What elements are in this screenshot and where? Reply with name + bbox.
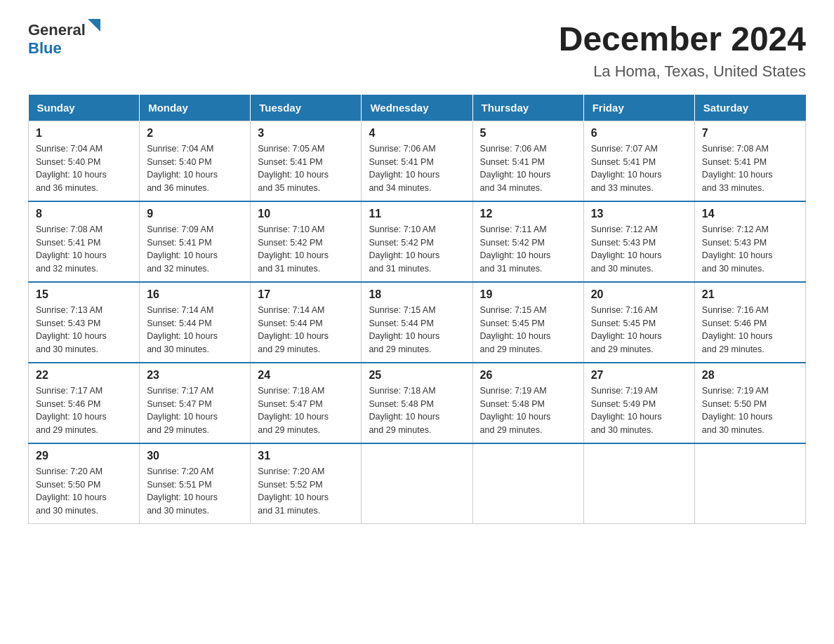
day-info: Sunrise: 7:20 AMSunset: 5:50 PMDaylight:… — [36, 465, 132, 518]
day-info: Sunrise: 7:12 AMSunset: 5:43 PMDaylight:… — [702, 223, 798, 276]
col-tuesday: Tuesday — [251, 95, 362, 121]
day-number: 14 — [702, 208, 798, 220]
table-row: 18Sunrise: 7:15 AMSunset: 5:44 PMDayligh… — [362, 282, 472, 363]
table-row: 19Sunrise: 7:15 AMSunset: 5:45 PMDayligh… — [472, 282, 583, 363]
page-header: General Blue December 2024 La Homa, Texa… — [28, 21, 806, 81]
day-number: 2 — [147, 127, 243, 140]
table-row: 20Sunrise: 7:16 AMSunset: 5:45 PMDayligh… — [583, 282, 694, 363]
day-number: 30 — [147, 450, 243, 462]
day-number: 21 — [702, 288, 798, 301]
table-row: 5Sunrise: 7:06 AMSunset: 5:41 PMDaylight… — [472, 121, 583, 201]
day-info: Sunrise: 7:15 AMSunset: 5:44 PMDaylight:… — [369, 304, 465, 356]
day-number: 27 — [591, 369, 687, 382]
day-number: 18 — [369, 288, 465, 301]
day-number: 19 — [480, 288, 576, 301]
day-info: Sunrise: 7:19 AMSunset: 5:49 PMDaylight:… — [591, 384, 687, 437]
table-row — [583, 443, 694, 524]
table-row: 21Sunrise: 7:16 AMSunset: 5:46 PMDayligh… — [694, 282, 805, 363]
table-row: 28Sunrise: 7:19 AMSunset: 5:50 PMDayligh… — [694, 363, 805, 443]
table-row: 1Sunrise: 7:04 AMSunset: 5:40 PMDaylight… — [29, 121, 140, 201]
day-number: 13 — [591, 208, 687, 220]
day-info: Sunrise: 7:19 AMSunset: 5:48 PMDaylight:… — [480, 384, 576, 437]
day-number: 1 — [36, 127, 132, 140]
table-row: 3Sunrise: 7:05 AMSunset: 5:41 PMDaylight… — [251, 121, 362, 201]
day-number: 25 — [369, 369, 465, 382]
svg-marker-0 — [88, 19, 100, 32]
day-info: Sunrise: 7:15 AMSunset: 5:45 PMDaylight:… — [480, 304, 576, 356]
table-row: 27Sunrise: 7:19 AMSunset: 5:49 PMDayligh… — [583, 363, 694, 443]
day-info: Sunrise: 7:08 AMSunset: 5:41 PMDaylight:… — [702, 142, 798, 195]
day-number: 7 — [702, 127, 798, 140]
day-info: Sunrise: 7:08 AMSunset: 5:41 PMDaylight:… — [36, 223, 132, 276]
day-number: 9 — [147, 208, 243, 220]
day-number: 5 — [480, 127, 576, 140]
table-row: 29Sunrise: 7:20 AMSunset: 5:50 PMDayligh… — [29, 443, 140, 524]
col-friday: Friday — [583, 95, 694, 121]
page-subtitle: La Homa, Texas, United States — [559, 62, 806, 81]
day-number: 10 — [258, 208, 354, 220]
table-row — [694, 443, 805, 524]
day-info: Sunrise: 7:17 AMSunset: 5:47 PMDaylight:… — [147, 384, 243, 437]
day-info: Sunrise: 7:07 AMSunset: 5:41 PMDaylight:… — [591, 142, 687, 195]
calendar-header-row: Sunday Monday Tuesday Wednesday Thursday… — [29, 95, 806, 121]
day-number: 11 — [369, 208, 465, 220]
day-info: Sunrise: 7:19 AMSunset: 5:50 PMDaylight:… — [702, 384, 798, 437]
table-row: 11Sunrise: 7:10 AMSunset: 5:42 PMDayligh… — [362, 201, 472, 282]
day-number: 3 — [258, 127, 354, 140]
logo: General Blue — [28, 21, 100, 58]
day-info: Sunrise: 7:06 AMSunset: 5:41 PMDaylight:… — [480, 142, 576, 195]
day-number: 8 — [36, 208, 132, 220]
table-row: 25Sunrise: 7:18 AMSunset: 5:48 PMDayligh… — [362, 363, 472, 443]
table-row: 31Sunrise: 7:20 AMSunset: 5:52 PMDayligh… — [251, 443, 362, 524]
day-number: 4 — [369, 127, 465, 140]
table-row: 16Sunrise: 7:14 AMSunset: 5:44 PMDayligh… — [140, 282, 251, 363]
day-info: Sunrise: 7:06 AMSunset: 5:41 PMDaylight:… — [369, 142, 465, 195]
day-info: Sunrise: 7:10 AMSunset: 5:42 PMDaylight:… — [369, 223, 465, 276]
page-title: December 2024 — [559, 21, 806, 58]
day-number: 28 — [702, 369, 798, 382]
table-row: 22Sunrise: 7:17 AMSunset: 5:46 PMDayligh… — [29, 363, 140, 443]
table-row: 15Sunrise: 7:13 AMSunset: 5:43 PMDayligh… — [29, 282, 140, 363]
day-info: Sunrise: 7:14 AMSunset: 5:44 PMDaylight:… — [147, 304, 243, 356]
calendar-week-row: 1Sunrise: 7:04 AMSunset: 5:40 PMDaylight… — [29, 121, 806, 201]
day-number: 24 — [258, 369, 354, 382]
day-number: 23 — [147, 369, 243, 382]
col-saturday: Saturday — [694, 95, 805, 121]
day-info: Sunrise: 7:13 AMSunset: 5:43 PMDaylight:… — [36, 304, 132, 356]
day-info: Sunrise: 7:18 AMSunset: 5:48 PMDaylight:… — [369, 384, 465, 437]
calendar-week-row: 22Sunrise: 7:17 AMSunset: 5:46 PMDayligh… — [29, 363, 806, 443]
day-number: 6 — [591, 127, 687, 140]
table-row — [362, 443, 472, 524]
day-info: Sunrise: 7:20 AMSunset: 5:51 PMDaylight:… — [147, 465, 243, 518]
title-block: December 2024 La Homa, Texas, United Sta… — [559, 21, 806, 81]
col-thursday: Thursday — [472, 95, 583, 121]
table-row: 4Sunrise: 7:06 AMSunset: 5:41 PMDaylight… — [362, 121, 472, 201]
day-number: 17 — [258, 288, 354, 301]
day-number: 29 — [36, 450, 132, 462]
day-info: Sunrise: 7:05 AMSunset: 5:41 PMDaylight:… — [258, 142, 354, 195]
table-row: 26Sunrise: 7:19 AMSunset: 5:48 PMDayligh… — [472, 363, 583, 443]
day-number: 12 — [480, 208, 576, 220]
table-row: 9Sunrise: 7:09 AMSunset: 5:41 PMDaylight… — [140, 201, 251, 282]
day-info: Sunrise: 7:04 AMSunset: 5:40 PMDaylight:… — [36, 142, 132, 195]
day-info: Sunrise: 7:11 AMSunset: 5:42 PMDaylight:… — [480, 223, 576, 276]
table-row: 6Sunrise: 7:07 AMSunset: 5:41 PMDaylight… — [583, 121, 694, 201]
table-row: 14Sunrise: 7:12 AMSunset: 5:43 PMDayligh… — [694, 201, 805, 282]
calendar-week-row: 15Sunrise: 7:13 AMSunset: 5:43 PMDayligh… — [29, 282, 806, 363]
day-info: Sunrise: 7:09 AMSunset: 5:41 PMDaylight:… — [147, 223, 243, 276]
day-number: 20 — [591, 288, 687, 301]
col-wednesday: Wednesday — [362, 95, 472, 121]
calendar-week-row: 8Sunrise: 7:08 AMSunset: 5:41 PMDaylight… — [29, 201, 806, 282]
day-info: Sunrise: 7:18 AMSunset: 5:47 PMDaylight:… — [258, 384, 354, 437]
table-row: 24Sunrise: 7:18 AMSunset: 5:47 PMDayligh… — [251, 363, 362, 443]
logo-general-text: General — [28, 21, 86, 39]
col-monday: Monday — [140, 95, 251, 121]
day-number: 16 — [147, 288, 243, 301]
day-number: 22 — [36, 369, 132, 382]
day-info: Sunrise: 7:20 AMSunset: 5:52 PMDaylight:… — [258, 465, 354, 518]
table-row: 12Sunrise: 7:11 AMSunset: 5:42 PMDayligh… — [472, 201, 583, 282]
logo-triangle-icon — [88, 19, 100, 32]
day-info: Sunrise: 7:10 AMSunset: 5:42 PMDaylight:… — [258, 223, 354, 276]
table-row: 17Sunrise: 7:14 AMSunset: 5:44 PMDayligh… — [251, 282, 362, 363]
table-row: 7Sunrise: 7:08 AMSunset: 5:41 PMDaylight… — [694, 121, 805, 201]
